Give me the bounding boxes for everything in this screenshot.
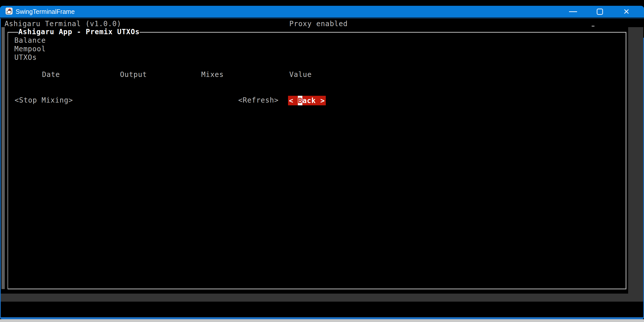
titlebar-bottom-edge <box>0 17 644 19</box>
back-button[interactable]: < Back > <box>288 96 326 105</box>
column-header-date: Date <box>42 70 60 79</box>
menu-item-utxos[interactable]: UTXOs <box>14 53 37 62</box>
terminal-status-right: Proxy enabled <box>289 20 348 28</box>
terminal-left-scrollbar[interactable] <box>2 27 5 289</box>
close-icon: ✕ <box>623 7 630 16</box>
back-button-post: ack > <box>302 97 325 105</box>
maximize-icon <box>597 9 603 15</box>
refresh-button[interactable]: <Refresh> <box>238 96 279 105</box>
terminal-status-left: Ashigaru Terminal (v1.0.0) <box>5 20 121 28</box>
minimize-button[interactable] <box>564 6 582 17</box>
back-button-cursor-cell: B <box>298 96 302 105</box>
window-frame-right <box>628 27 643 302</box>
minimize-icon <box>569 11 577 12</box>
menu-item-mempool[interactable]: Mempool <box>14 45 46 53</box>
java-duke-icon[interactable] <box>6 8 13 15</box>
column-header-mixes: Mixes <box>201 70 224 79</box>
screen: SwingTerminalFrame ✕ Ashigaru Terminal (… <box>0 0 644 322</box>
window-border-left <box>0 13 1 318</box>
terminal-cursor <box>592 26 594 27</box>
window-border-bottom <box>0 317 644 319</box>
window-frame-bottom <box>1 294 643 302</box>
menu-item-balance[interactable]: Balance <box>14 36 46 45</box>
window-title: SwingTerminalFrame <box>16 6 75 17</box>
back-button-pre: < <box>289 97 298 105</box>
close-button[interactable]: ✕ <box>617 6 635 17</box>
panel-title: Ashigaru App - Premix UTXOs <box>18 28 140 36</box>
desktop-strip <box>0 319 644 322</box>
stop-mixing-button[interactable]: <Stop Mixing> <box>15 96 73 105</box>
premix-utxos-panel <box>8 32 626 289</box>
column-header-value: Value <box>289 70 312 79</box>
titlebar[interactable] <box>0 6 644 17</box>
maximize-button[interactable] <box>591 6 609 17</box>
column-header-output: Output <box>120 70 147 79</box>
